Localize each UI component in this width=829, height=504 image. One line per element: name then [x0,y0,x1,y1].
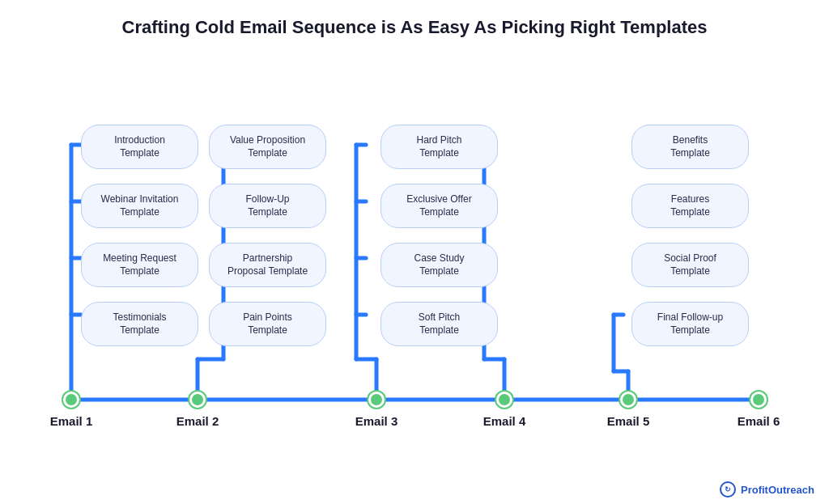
template-box-3: Testimonials Template [81,302,198,346]
logo-area: ↻ ProfitOutreach [720,481,814,498]
logo-text: ProfitOutreach [741,484,814,496]
template-box-15: Final Follow-up Template [631,302,749,346]
template-box-2: Meeting Request Template [81,243,198,287]
template-box-12: Benefits Template [631,125,749,169]
template-box-4: Value Proposition Template [209,125,326,169]
template-box-8: Hard Pitch Template [380,125,498,169]
email1-dot [63,392,79,408]
email6-label: Email 6 [726,414,791,428]
email3-label: Email 3 [344,414,409,428]
email4-dot [496,392,512,408]
email5-dot [620,392,636,408]
email5-label: Email 5 [596,414,661,428]
template-box-0: Introduction Template [81,125,198,169]
diagram-area: Email 1Email 2Email 3Email 4Email 5Email… [24,64,805,444]
template-box-6: Partnership Proposal Template [209,243,326,287]
email6-dot [750,392,767,408]
email2-dot [189,392,206,408]
email2-label: Email 2 [165,414,230,428]
logo-icon: ↻ [720,481,736,498]
template-box-5: Follow-Up Template [209,184,326,228]
template-box-9: Exclusive Offer Template [380,184,498,228]
email3-dot [368,392,385,408]
template-box-1: Webinar Invitation Template [81,184,198,228]
template-box-7: Pain Points Template [209,302,326,346]
email4-label: Email 4 [472,414,537,428]
template-box-10: Case Study Template [380,243,498,287]
template-box-13: Features Template [631,184,749,228]
main-container: Crafting Cold Email Sequence is As Easy … [0,0,829,504]
template-box-11: Soft Pitch Template [380,302,498,346]
page-title: Crafting Cold Email Sequence is As Easy … [24,16,805,40]
template-box-14: Social Proof Template [631,243,749,287]
email1-label: Email 1 [39,414,104,428]
